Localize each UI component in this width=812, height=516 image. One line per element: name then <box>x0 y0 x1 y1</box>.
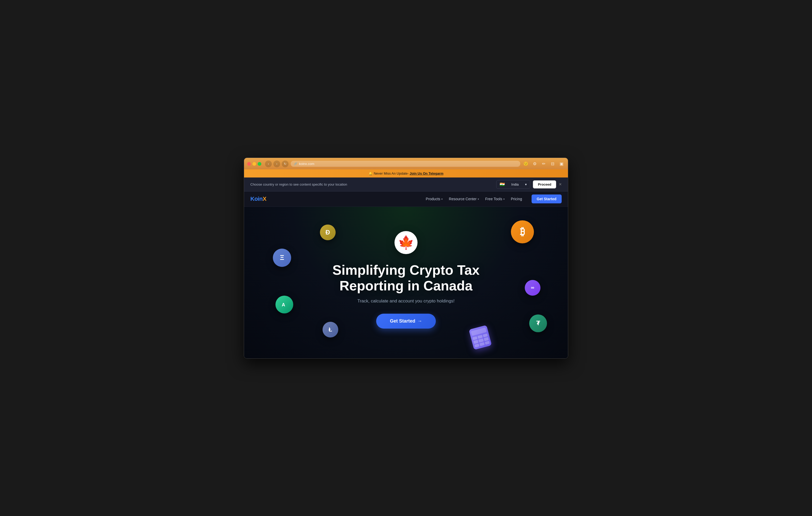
browser-nav: ‹ › ↻ <box>265 160 289 167</box>
nav-pricing-label: Pricing <box>511 197 522 201</box>
address-bar[interactable]: 🔗 koinx.com <box>291 161 520 167</box>
calc-btn-8 <box>480 342 485 346</box>
arweave-coin: A <box>276 296 293 313</box>
telegram-link[interactable]: Join Us On Telegarm <box>410 172 443 175</box>
nav-resource-label: Resource Center <box>449 197 476 201</box>
main-navigation: KoinX Products ▾ Resource Center ▾ <box>244 192 568 207</box>
notification-bell: 🔔 <box>369 172 373 175</box>
notification-text: Never Miss An Update- <box>374 172 409 175</box>
hero-section: ₿ Ð Ξ ∞ A Ł ₮ <box>244 207 568 358</box>
nav-free-tools[interactable]: Free Tools ▾ <box>485 197 504 201</box>
calc-btn-5 <box>478 338 484 342</box>
extensions-button[interactable]: ⚙ <box>531 160 538 167</box>
nav-get-started-button[interactable]: Get Started <box>531 194 562 203</box>
maximize-window-button[interactable] <box>258 162 261 166</box>
website-content: 🔔 Never Miss An Update- Join Us On Teleg… <box>244 170 568 358</box>
canada-flag-icon: 🍁 <box>395 231 417 254</box>
minimize-window-button[interactable] <box>253 162 256 166</box>
ethereum-coin: Ξ <box>273 249 291 267</box>
window-controls <box>247 162 261 166</box>
calc-btn-6 <box>484 337 489 341</box>
calc-btn-2 <box>478 335 483 339</box>
svg-text:A: A <box>282 302 285 307</box>
country-flag: 🇮🇳 <box>500 182 505 187</box>
url-text: koinx.com <box>299 162 314 166</box>
location-banner: Choose country or region to see content … <box>244 178 568 192</box>
logo-x-text: X <box>263 195 266 202</box>
calc-btn-7 <box>474 343 480 347</box>
browser-chrome: ‹ › ↻ 🔗 koinx.com 🙂 ⚙ ✏ ⊟ ▣ <box>244 158 568 170</box>
country-selector[interactable]: 🇮🇳 India ▾ <box>496 180 530 189</box>
calc-btn-4 <box>473 340 479 344</box>
nav-resource-center[interactable]: Resource Center ▾ <box>449 197 479 201</box>
logo-koin-text: Koin <box>250 195 263 202</box>
nav-products-label: Products <box>426 197 440 201</box>
hero-title-line2: Reporting in Canada <box>340 278 472 293</box>
menu-button[interactable]: ⊟ <box>549 160 556 167</box>
tether-coin: ₮ <box>529 314 547 332</box>
resource-chevron-icon: ▾ <box>478 198 479 201</box>
calc-btn-9 <box>485 341 490 344</box>
close-banner-button[interactable]: × <box>559 182 562 187</box>
litecoin-coin: Ł <box>323 322 338 337</box>
sidebar-button[interactable]: ▣ <box>558 160 565 167</box>
bitcoin-coin: ₿ <box>511 220 534 243</box>
hero-subtitle: Track, calculate and account you crypto … <box>357 299 455 304</box>
hero-cta-arrow-icon: → <box>417 318 422 324</box>
calc-buttons <box>472 333 490 347</box>
calculator-illustration <box>469 325 492 350</box>
browser-actions: 🙂 ⚙ ✏ ⊟ ▣ <box>522 160 565 167</box>
chainlink-coin: ∞ <box>525 280 541 296</box>
notification-bar: 🔔 Never Miss An Update- Join Us On Teleg… <box>244 170 568 178</box>
dogecoin-coin: Ð <box>320 224 336 240</box>
refresh-button[interactable]: ↻ <box>282 160 289 167</box>
hero-get-started-button[interactable]: Get Started → <box>376 314 436 329</box>
calc-btn-3 <box>483 333 488 337</box>
calc-btn-1 <box>472 336 478 340</box>
nav-pricing[interactable]: Pricing <box>511 197 522 201</box>
logo[interactable]: KoinX <box>250 195 266 202</box>
browser-window: ‹ › ↻ 🔗 koinx.com 🙂 ⚙ ✏ ⊟ ▣ 🔔 Never Miss… <box>244 158 568 359</box>
free-tools-chevron-icon: ▾ <box>503 198 504 201</box>
nav-free-tools-label: Free Tools <box>485 197 502 201</box>
hero-title-line1: Simplifying Crypto Tax <box>332 263 480 278</box>
proceed-button[interactable]: Proceed <box>533 180 556 188</box>
hero-cta-label: Get Started <box>390 318 415 324</box>
maple-leaf-icon: 🍁 <box>398 235 414 250</box>
pencil-button[interactable]: ✏ <box>540 160 547 167</box>
close-window-button[interactable] <box>247 162 251 166</box>
forward-button[interactable]: › <box>273 160 280 167</box>
nav-links: Products ▾ Resource Center ▾ Free Tools … <box>426 194 562 203</box>
location-description: Choose country or region to see content … <box>250 182 347 186</box>
back-button[interactable]: ‹ <box>265 160 272 167</box>
location-controls: 🇮🇳 India ▾ Proceed × <box>496 180 562 189</box>
nav-products[interactable]: Products ▾ <box>426 197 443 201</box>
lock-icon: 🔗 <box>294 162 297 165</box>
hero-title: Simplifying Crypto Tax Reporting in Cana… <box>332 263 480 294</box>
dropdown-chevron-icon: ▾ <box>525 182 527 186</box>
country-name: India <box>512 182 519 186</box>
products-chevron-icon: ▾ <box>441 198 443 201</box>
emoji-button[interactable]: 🙂 <box>522 160 529 167</box>
